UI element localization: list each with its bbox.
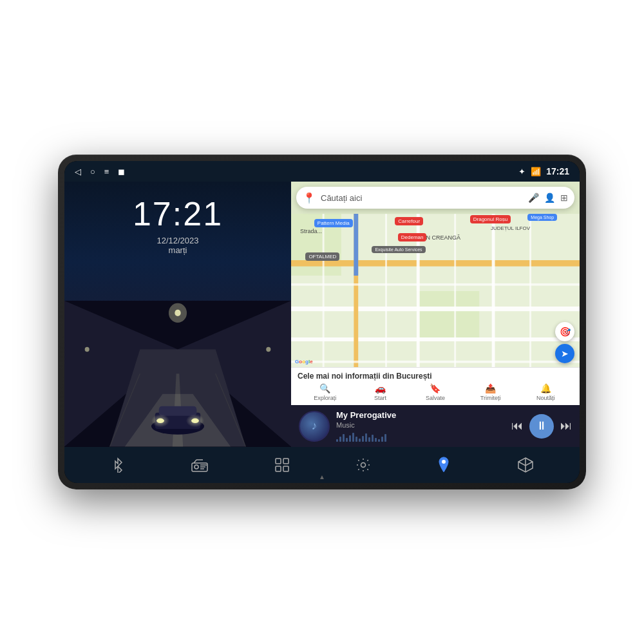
next-button[interactable]: ⏭ [560,419,572,433]
map-poi-megashop: Mega Shop [527,214,557,221]
music-subtitle: Music [336,421,505,429]
status-time: 17:21 [546,166,569,176]
tunnel-svg [64,301,291,447]
screen: ◁ ○ ≡ ◼ ✦ 📶 17:21 17:21 12/12/2023 marți [64,161,580,483]
waveform-bar [384,434,386,442]
map-poi-oftalmed: OFTALMED [305,252,339,261]
map-search-bar[interactable]: 📍 Căutați aici 🎤 👤 ⊞ [296,187,574,209]
waveform-bar [381,437,383,442]
menu-icon[interactable]: ≡ [104,167,109,176]
svg-point-36 [194,465,198,469]
waveform-bar [362,436,364,442]
start-label: Start [374,395,386,401]
salvate-icon: 🔖 [430,383,440,393]
map-navigate-button[interactable]: ➤ [555,344,574,363]
clock-date: 12/12/2023 marți [133,236,223,255]
map-location-button[interactable]: 🎯 [555,322,574,341]
back-icon[interactable]: ◁ [75,167,81,176]
waveform-bar [368,437,370,442]
device-shell: ◁ ○ ≡ ◼ ✦ 📶 17:21 17:21 12/12/2023 marți [58,155,586,489]
svg-rect-30 [323,214,325,367]
main-content: 17:21 12/12/2023 marți [64,182,580,447]
svg-rect-22 [291,260,580,267]
prev-button[interactable]: ⏮ [511,419,523,433]
explorati-icon: 🔍 [319,383,330,393]
bottom-nav-dice[interactable] [517,457,534,473]
waveform-bar [355,437,357,442]
bottom-nav-bluetooth[interactable] [110,457,126,473]
svg-rect-45 [283,466,289,471]
album-art: ♪ [299,411,330,442]
clock-display: 17:21 12/12/2023 marți [133,194,223,255]
map-background: Strada... COLENTINA ION CREANGĂ JUDEȚUL … [291,182,580,367]
svg-rect-10 [159,406,197,416]
map-search-icons: 🎤 👤 ⊞ [528,193,568,203]
music-info: My Prerogative Music [336,410,505,442]
search-text: Căutați aici [321,193,523,203]
waveform-bar [359,439,361,442]
map-poi-pattern: Pattern Media [314,219,353,227]
home-icon[interactable]: ○ [90,167,95,176]
account-icon[interactable]: 👤 [544,193,555,203]
svg-rect-43 [283,459,289,464]
svg-rect-29 [291,361,580,363]
bottom-nav-radio[interactable] [191,458,208,472]
bottom-chevron-icon: ▲ [319,473,325,480]
mic-icon[interactable]: 🎤 [528,193,539,203]
map-poi-dedeman: Dedeman [398,233,427,242]
trimiteti-icon: 📤 [485,383,496,393]
waveform-bar [343,434,345,442]
status-bar-right: ✦ 📶 17:21 [518,166,569,176]
nav-noutati[interactable]: 🔔 Noutăți [518,383,573,401]
nav-trimiteti[interactable]: 📤 Trimiteți [463,383,518,401]
music-waveform [336,431,505,442]
svg-point-13 [151,415,169,428]
map-area[interactable]: Strada... COLENTINA ION CREANGĂ JUDEȚUL … [291,182,580,367]
settings-icon [355,457,371,473]
svg-rect-24 [291,337,580,341]
svg-rect-42 [276,459,281,464]
maps-pin-icon: 📍 [303,192,316,204]
bottom-nav-maps[interactable] [437,457,451,473]
svg-point-47 [442,460,446,464]
explorati-label: Explorați [314,395,336,401]
grid-icon[interactable]: ⊞ [560,193,568,203]
tunnel [64,301,291,447]
cube-icon [517,457,534,473]
apps-icon [274,457,290,473]
bottom-nav-apps[interactable] [274,457,290,473]
nav-salvate[interactable]: 🔖 Salvate [408,383,463,401]
waveform-bar [378,439,380,442]
info-bar: Cele mai noi informații din București 🔍 … [291,367,580,405]
maps-icon [437,457,451,473]
right-panel: Strada... COLENTINA ION CREANGĂ JUDEȚUL … [291,182,580,447]
nav-explorati[interactable]: 🔍 Explorați [298,383,353,401]
status-bar-left: ◁ ○ ≡ ◼ [75,167,125,176]
svg-rect-27 [492,214,495,367]
waveform-bar [339,437,341,442]
svg-rect-44 [276,466,281,471]
screenshot-icon[interactable]: ◼ [118,167,125,176]
info-nav: 🔍 Explorați 🚗 Start 🔖 Salvate 📤 [298,383,573,401]
nav-start[interactable]: 🚗 Start [353,383,408,401]
left-panel: 17:21 12/12/2023 marți [64,182,291,447]
svg-point-17 [85,347,90,352]
clock-time: 17:21 [133,194,223,233]
waveform-bar [352,433,354,442]
svg-rect-21 [417,291,479,337]
car-scene [64,301,291,447]
waveform-bar [375,438,377,442]
map-poi-carrefour: Carrefour [395,217,423,225]
map-poi-exquisite: Exquisite Auto Services [372,246,425,253]
waveform-bar [372,435,374,442]
google-logo: Google [295,359,313,365]
bottom-nav-settings[interactable] [355,457,371,473]
bluetooth-icon: ✦ [518,167,526,176]
svg-rect-23 [291,307,580,311]
svg-point-14 [186,415,204,428]
play-pause-button[interactable]: ⏸ [529,414,554,439]
svg-point-18 [266,347,270,352]
radio-icon [191,458,208,472]
map-poi-dragonul: Dragonul Roșu [470,215,511,223]
waveform-bar [365,433,367,442]
